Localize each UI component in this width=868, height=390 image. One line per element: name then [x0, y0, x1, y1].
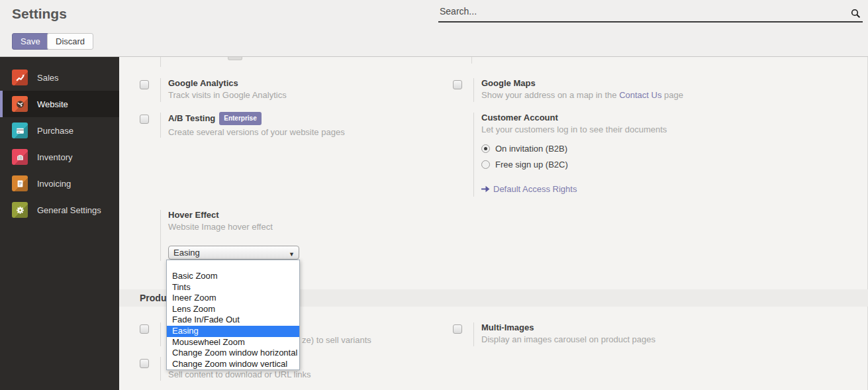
website-globe-icon — [12, 96, 28, 112]
setting-row-hover-effect: Hover Effect Website Image hover effect … — [140, 210, 424, 261]
dropdown-option[interactable]: Change Zoom window vertical — [167, 359, 299, 370]
settings-app: Settings Save Discard Sales — [0, 0, 868, 390]
select-value: Easing — [173, 248, 200, 258]
dropdown-option[interactable]: Fade In/Fade Out — [167, 315, 299, 326]
sidebar-item-label: Sales — [37, 73, 59, 83]
hover-effect-dropdown-list: Basic ZoomTintsIneer ZoomLens ZoomFade I… — [166, 260, 300, 370]
setting-title: A/B TestingEnterprise — [168, 113, 424, 126]
google-analytics-checkbox[interactable] — [140, 80, 149, 89]
sidebar-item-inventory[interactable]: Inventory — [0, 144, 119, 170]
dropdown-option[interactable]: Lens Zoom — [167, 304, 299, 315]
ab-testing-checkbox[interactable] — [140, 115, 149, 124]
settings-content: Google Analytics Track visits in Google … — [119, 57, 868, 390]
sidebar-item-label: Invoicing — [37, 179, 71, 189]
setting-row-google-maps: Google Maps Show your address on a map i… — [453, 78, 824, 102]
dropdown-option[interactable]: Basic Zoom — [167, 271, 299, 282]
save-button[interactable]: Save — [12, 33, 49, 50]
contact-us-link[interactable]: Contact Us — [619, 90, 661, 100]
google-maps-checkbox[interactable] — [453, 80, 462, 89]
hover-effect-select[interactable]: Easing ▼ — [168, 246, 299, 260]
sidebar-item-website[interactable]: Website — [0, 91, 119, 117]
scrolled-element-remnant — [228, 57, 242, 60]
arrow-right-icon — [481, 185, 490, 193]
discard-button[interactable]: Discard — [47, 33, 93, 50]
setting-title: Customer Account — [481, 113, 824, 123]
purchase-card-icon — [12, 122, 28, 138]
radio-on-invitation-b2b[interactable]: On invitation (B2B) — [481, 144, 824, 154]
sidebar-item-label: Purchase — [37, 126, 73, 136]
setting-title: Google Analytics — [168, 78, 424, 89]
sidebar-item-sales[interactable]: Sales — [0, 64, 119, 91]
sidebar-item-label: General Settings — [37, 205, 101, 215]
dropdown-option[interactable]: Easing — [167, 326, 299, 337]
sales-chart-icon — [12, 70, 28, 85]
magnifier-icon[interactable] — [851, 9, 861, 19]
sidebar-item-invoicing[interactable]: Invoicing — [0, 170, 119, 197]
gear-icon — [12, 202, 28, 218]
dropdown-option[interactable]: Change Zoom window horizontal — [167, 348, 299, 359]
enterprise-badge: Enterprise — [219, 112, 261, 125]
digital-content-checkbox[interactable] — [140, 359, 149, 368]
sidebar-item-purchase[interactable]: Purchase — [0, 117, 119, 144]
setting-desc: Show your address on a map in the Contac… — [481, 90, 824, 101]
radio-free-sign-up-b2c[interactable]: Free sign up (B2C) — [481, 160, 824, 170]
sidebar-item-label: Website — [37, 99, 68, 109]
sidebar: Sales Website Purchase — [0, 57, 119, 390]
search-bar — [438, 3, 863, 23]
search-input[interactable] — [438, 3, 863, 23]
setting-desc: Website Image hover effect — [168, 222, 424, 232]
setting-title: Multi-Images — [481, 322, 824, 333]
variants-checkbox[interactable] — [140, 324, 149, 334]
setting-desc: Track visits in Google Analytics — [168, 90, 424, 101]
dropdown-option[interactable]: Tints — [167, 282, 299, 293]
header: Settings Save Discard — [0, 0, 868, 57]
setting-desc: Display an images carousel on product pa… — [481, 334, 824, 345]
sidebar-item-general-settings[interactable]: General Settings — [0, 197, 119, 223]
setting-row-multi-images: Multi-Images Display an images carousel … — [453, 322, 824, 346]
setting-row-customer-account: Customer Account Let your customers log … — [453, 113, 824, 197]
multi-images-checkbox[interactable] — [453, 324, 462, 334]
scrolled-row-divider-remnant — [160, 57, 161, 67]
setting-row-google-analytics: Google Analytics Track visits in Google … — [140, 78, 424, 102]
radio-button-selected[interactable] — [481, 144, 490, 153]
default-access-rights-link[interactable]: Default Access Rights — [493, 184, 577, 194]
dropdown-option[interactable]: Ineer Zoom — [167, 293, 299, 304]
setting-row-ab-testing: A/B TestingEnterprise Create several ver… — [140, 113, 424, 138]
sidebar-item-label: Inventory — [37, 152, 72, 162]
invoicing-document-icon — [12, 175, 28, 191]
setting-title: Hover Effect — [168, 210, 424, 220]
radio-button[interactable] — [481, 160, 490, 169]
inventory-building-icon — [12, 149, 28, 165]
dropdown-option[interactable]: Mousewheel Zoom — [167, 337, 299, 348]
default-access-rights-row[interactable]: Default Access Rights — [481, 184, 824, 194]
setting-desc: Sell content to download or URL links — [168, 369, 424, 380]
page-title: Settings — [12, 6, 67, 22]
setting-desc: Let your customers log in to see their d… — [481, 124, 824, 135]
setting-desc-fragment: ze) to sell variants — [302, 335, 371, 345]
setting-title: Google Maps — [481, 78, 824, 89]
scrolled-row-divider-remnant — [471, 57, 472, 64]
setting-desc: Create several versions of your website … — [168, 127, 424, 138]
